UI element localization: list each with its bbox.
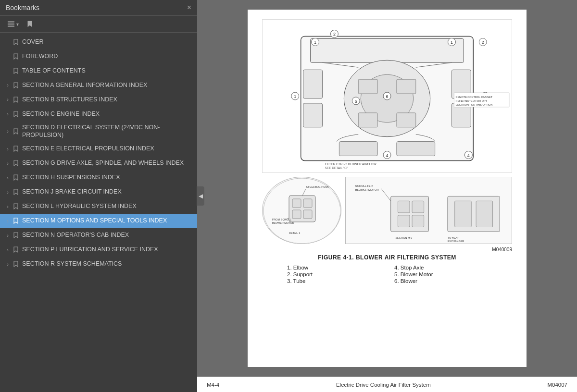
bookmark-label-sec-j: SECTION J BRAKE CIRCUIT INDEX (22, 188, 192, 196)
bookmark-item-sec-n[interactable]: › SECTION N OPERATOR'S CAB INDEX (0, 228, 197, 243)
svg-rect-1 (8, 24, 14, 24)
svg-rect-12 (397, 142, 435, 156)
expand-btn-sec-h[interactable]: › (4, 175, 12, 181)
svg-text:SEE DETAIL "C": SEE DETAIL "C" (325, 166, 348, 170)
part-item: 3. Tube (287, 278, 380, 284)
expand-btn-sec-b[interactable]: › (4, 97, 12, 102)
bookmark-label-sec-l: SECTION L HYDRAULIC SYSTEM INDEX (22, 202, 192, 210)
bookmark-label-sec-r: SECTION R SYSTEM SCHEMATICS (22, 260, 192, 268)
expand-btn-sec-p[interactable]: › (4, 247, 12, 253)
bookmark-item-sec-c[interactable]: › SECTION C ENGINE INDEX (0, 107, 197, 121)
bookmark-label-sec-b: SECTION B STRUCTURES INDEX (22, 96, 192, 103)
bookmark-icon-sec-g (13, 160, 18, 166)
bookmark-icon-sec-m (13, 218, 18, 224)
expand-btn-sec-n[interactable]: › (4, 233, 12, 238)
expand-btn-sec-c[interactable]: › (4, 111, 12, 117)
svg-text:4: 4 (386, 153, 389, 158)
svg-text:4: 4 (467, 153, 470, 158)
svg-rect-64 (412, 215, 424, 227)
svg-text:5: 5 (355, 99, 357, 104)
svg-text:DETAIL 1: DETAIL 1 (289, 232, 300, 234)
bookmark-item-sec-r[interactable]: › SECTION R SYSTEM SCHEMATICS (0, 257, 197, 271)
bookmark-item-sec-d[interactable]: › SECTION D ELECTRICAL SYSTEM (24VDC NON… (0, 121, 197, 142)
svg-text:REMOTE CONTROL CABINET: REMOTE CONTROL CABINET (455, 96, 492, 98)
footer-left: M4-4 (207, 382, 219, 388)
svg-text:REFER NOTE 2 FOR OPT: REFER NOTE 2 FOR OPT (455, 99, 487, 102)
sidebar-header: Bookmarks × (0, 0, 197, 16)
svg-text:SCROLL FLR: SCROLL FLR (355, 184, 373, 187)
svg-text:2: 2 (482, 40, 484, 45)
part-item: 2. Support (287, 271, 380, 277)
bookmark-nav-icon (25, 20, 34, 28)
bookmark-icon-sec-e (13, 146, 18, 152)
expand-btn-sec-e[interactable]: › (4, 146, 12, 152)
expand-btn-sec-j[interactable]: › (4, 189, 12, 195)
expand-btn-sec-m[interactable]: › (4, 218, 12, 224)
main-diagram-svg: 1 2 1 2 1 (263, 20, 512, 172)
svg-rect-16 (397, 113, 416, 127)
main-diagram: 1 2 1 2 1 (262, 19, 512, 173)
footer-center: Electric Drive Cooling Air Filter System (336, 382, 431, 388)
parts-legend: 1. Elbow4. Stop Axle2. Support5. Blower … (287, 265, 487, 284)
expand-btn-sec-d[interactable]: › (4, 128, 12, 134)
sidebar-title: Bookmarks (6, 4, 39, 12)
bookmark-item-cover[interactable]: COVER (0, 35, 197, 49)
list-icon (7, 20, 15, 28)
bookmark-item-sec-j[interactable]: › SECTION J BRAKE CIRCUIT INDEX (0, 185, 197, 199)
expand-btn-sec-r[interactable]: › (4, 261, 12, 267)
part-item: 5. Blower Motor (394, 271, 487, 277)
bookmark-item-sec-g[interactable]: › SECTION G DRIVE AXLE, SPINDLE, AND WHE… (0, 156, 197, 171)
svg-text:SECTION M-0: SECTION M-0 (396, 236, 413, 239)
bookmark-nav-button[interactable] (24, 19, 36, 29)
bookmark-icon-sec-d (13, 128, 18, 135)
figure-code: M040009 (262, 247, 512, 252)
bookmark-label-toc: TABLE OF CONTENTS (22, 67, 192, 74)
bookmark-list: COVER FOREWORD TABLE OF CONTENTS› SECTIO… (0, 33, 197, 392)
svg-text:1: 1 (451, 40, 453, 45)
bookmark-label-sec-d: SECTION D ELECTRICAL SYSTEM (24VDC NON-P… (22, 123, 192, 139)
bookmark-item-sec-b[interactable]: › SECTION B STRUCTURES INDEX (0, 92, 197, 107)
svg-rect-50 (303, 199, 312, 208)
circle-detail-svg: STEERING PUMP FROM SCROLL BLOWER MOTOR (263, 177, 341, 244)
bookmark-item-toc[interactable]: TABLE OF CONTENTS (0, 63, 197, 78)
bookmark-item-foreword[interactable]: FOREWORD (0, 49, 197, 63)
svg-rect-62 (412, 201, 424, 213)
bookmark-icon-toc (13, 68, 18, 74)
svg-text:STEERING PUMP: STEERING PUMP (306, 185, 330, 188)
bookmark-icon-sec-b (13, 97, 18, 103)
expand-btn-sec-a[interactable]: › (4, 82, 12, 88)
bookmark-item-sec-h[interactable]: › SECTION H SUSPENSIONS INDEX (0, 171, 197, 185)
bookmark-label-sec-n: SECTION N OPERATOR'S CAB INDEX (22, 231, 192, 239)
document-page: 1 2 1 2 1 (248, 10, 527, 367)
bookmark-icon-sec-p (13, 246, 18, 253)
part-item: 6. Blower (394, 278, 487, 284)
svg-text:2: 2 (333, 32, 336, 37)
svg-text:FROM SCROLL: FROM SCROLL (272, 218, 291, 221)
detail-rect-diagram: SCROLL FLR BLOWER MOTOR (345, 177, 512, 244)
bookmark-icon-sec-a (13, 82, 18, 88)
svg-text:BLOWER MOTOR: BLOWER MOTOR (355, 188, 379, 191)
close-button[interactable]: × (187, 4, 191, 12)
bookmark-icon-sec-c (13, 111, 18, 117)
bookmark-label-sec-c: SECTION C ENGINE INDEX (22, 110, 192, 118)
svg-rect-61 (398, 201, 410, 213)
bookmark-item-sec-m[interactable]: › SECTION M OPTIONS AND SPECIAL TOOLS IN… (0, 214, 197, 228)
svg-rect-66 (455, 201, 472, 227)
rect-detail-svg: SCROLL FLR BLOWER MOTOR (346, 177, 512, 244)
page-area: 1 2 1 2 1 (197, 0, 577, 377)
expand-btn-sec-g[interactable]: › (4, 160, 12, 166)
collapse-panel-button[interactable]: ◀ (197, 186, 204, 206)
bookmark-item-sec-e[interactable]: › SECTION E ELECTRICAL PROPULSION INDEX (0, 142, 197, 156)
expand-all-button[interactable]: ▾ (5, 19, 21, 29)
detail-diagrams: STEERING PUMP FROM SCROLL BLOWER MOTOR (262, 177, 512, 244)
expand-btn-sec-l[interactable]: › (4, 204, 12, 209)
bookmark-item-sec-l[interactable]: › SECTION L HYDRAULIC SYSTEM INDEX (0, 199, 197, 214)
bookmark-item-sec-a[interactable]: › SECTION A GENERAL INFORMATION INDEX (0, 78, 197, 92)
bookmark-icon-foreword (13, 53, 18, 60)
main-content: ◀ (197, 0, 577, 392)
bookmark-item-sec-p[interactable]: › SECTION P LUBRICATION AND SERVICE INDE… (0, 243, 197, 257)
dropdown-arrow: ▾ (16, 22, 19, 27)
svg-rect-14 (397, 79, 416, 94)
bookmark-label-sec-a: SECTION A GENERAL INFORMATION INDEX (22, 81, 192, 89)
footer-bar: M4-4 Electric Drive Cooling Air Filter S… (197, 377, 577, 392)
